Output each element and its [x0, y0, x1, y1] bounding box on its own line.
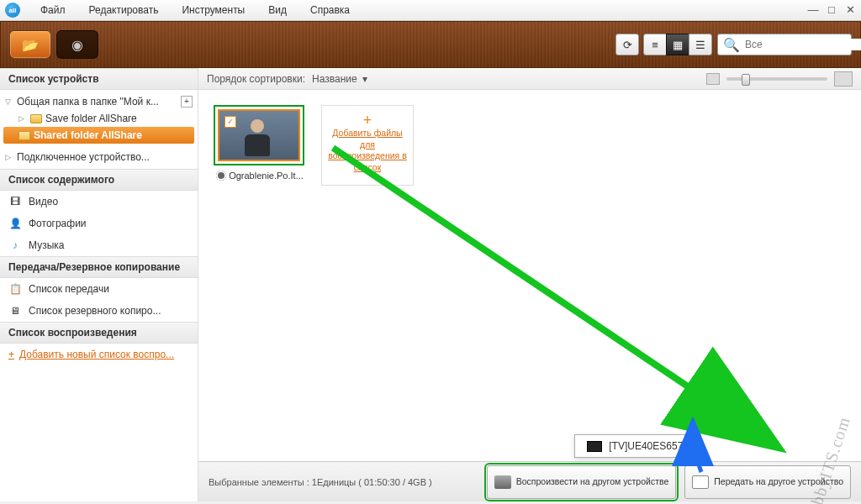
sidebar-item-video[interactable]: 🎞 Видео: [0, 191, 198, 213]
sidebar-item-transfer-list[interactable]: 📋 Список передачи: [0, 278, 198, 300]
menu-tools[interactable]: Инструменты: [170, 4, 256, 16]
photo-icon: 👤: [8, 217, 22, 230]
view-detail-button[interactable]: ☰: [689, 34, 712, 55]
backup-icon: 🖥: [8, 304, 22, 318]
sort-dropdown[interactable]: Название ▾: [312, 73, 367, 85]
close-button[interactable]: ✕: [844, 4, 856, 16]
cast-play-icon: [494, 475, 511, 489]
tree-root-folder[interactable]: ▽ Общая папка в папке "Мой к... +: [0, 93, 198, 110]
add-playlist-link[interactable]: + Добавить новый список воспро...: [0, 344, 198, 365]
thumbnail-preview: [243, 119, 272, 156]
menu-help[interactable]: Справка: [298, 4, 362, 16]
content-header: Список содержимого: [0, 169, 198, 191]
tree-root-label: Общая папка в папке "Мой к...: [17, 96, 159, 108]
thumbnail-size-slider[interactable]: [726, 77, 827, 81]
tree-item-shared-folder[interactable]: Shared folder AllShare: [3, 127, 194, 144]
window-controls: — □ ✕: [807, 4, 856, 16]
play-on-device-button[interactable]: Воспроизвести на другом устройстве: [487, 465, 677, 499]
tree-item-label: Shared folder AllShare: [34, 129, 142, 141]
chevron-down-icon: ▽: [5, 97, 13, 106]
content-area: Порядок сортировки: Название ▾ ✓ Ograble…: [198, 68, 861, 501]
sidebar-item-photo[interactable]: 👤 Фотографии: [0, 213, 198, 234]
view-grid-button[interactable]: ▦: [666, 34, 689, 55]
menu-file[interactable]: Файл: [29, 4, 77, 16]
refresh-icon: ⟳: [623, 39, 632, 51]
sidebar-item-label: Список резервного копиро...: [29, 305, 161, 317]
sort-bar: Порядок сортировки: Название ▾: [198, 68, 861, 90]
tree-item-label: Save folder AllShare: [45, 113, 137, 124]
sort-label: Порядок сортировки:: [207, 73, 305, 85]
file-name: Ograblenie.Po.It...: [229, 171, 304, 181]
chevron-right-icon: ▷: [18, 114, 27, 123]
add-files-label: Добавить файлы для воспроизведения в спи…: [327, 128, 408, 174]
view-list-button[interactable]: ≡: [643, 34, 667, 55]
transfer-icon: 📋: [8, 282, 22, 296]
transfer-header: Передача/Резервное копирование: [0, 256, 198, 278]
device-name: [TV]UE40ES6570: [609, 440, 689, 452]
add-folder-button[interactable]: +: [181, 96, 193, 108]
search-input[interactable]: [745, 39, 861, 50]
app-logo-icon: all: [5, 3, 20, 18]
sidebar-item-label: Видео: [29, 196, 58, 207]
view-mode-group: ≡ ▦ ☰: [644, 34, 712, 55]
devices-header: Список устройств: [0, 68, 198, 90]
sidebar-item-label: Список передачи: [29, 283, 109, 295]
add-files-card[interactable]: + Добавить файлы для воспроизведения в с…: [321, 105, 414, 186]
button-label: Воспроизвести на другом устройстве: [516, 476, 669, 487]
thumbnail-selected[interactable]: ✓: [214, 105, 304, 165]
playlist-header: Список воспроизведения: [0, 322, 198, 344]
sidebar-item-label: Музыка: [29, 239, 64, 251]
list-icon: ≡: [652, 39, 658, 51]
send-file-icon: [692, 475, 709, 489]
sidebar-item-music[interactable]: ♪ Музыка: [0, 234, 198, 256]
titlebar: all Файл Редактировать Инструменты Вид С…: [0, 0, 861, 21]
minimize-button[interactable]: —: [807, 4, 819, 16]
play-circle-icon: ◉: [71, 37, 83, 53]
status-bar: Выбранные элементы : 1Единицы ( 01:50:30…: [198, 461, 861, 501]
sidebar: Список устройств ▽ Общая папка в папке "…: [0, 68, 198, 501]
refresh-button[interactable]: ⟳: [615, 34, 639, 55]
search-box[interactable]: 🔍: [717, 34, 852, 55]
folder-icon: [30, 114, 42, 123]
grid-icon: ▦: [673, 39, 683, 51]
music-icon: ♪: [8, 239, 22, 252]
menu-view[interactable]: Вид: [256, 4, 298, 16]
video-icon: 🎞: [8, 195, 22, 208]
main-toolbar: 📂 ◉ ⟳ ≡ ▦ ☰ 🔍: [0, 21, 861, 68]
player-tab[interactable]: ◉: [56, 30, 98, 59]
thumb-small-icon: [706, 73, 720, 85]
chevron-right-icon: ▷: [5, 153, 13, 161]
film-reel-icon: [216, 171, 226, 181]
sidebar-item-backup-list[interactable]: 🖥 Список резервного копиро...: [0, 300, 198, 322]
maximize-button[interactable]: □: [826, 4, 837, 16]
plus-icon: +: [8, 349, 14, 360]
check-icon: ✓: [224, 116, 236, 128]
search-icon: 🔍: [723, 37, 740, 53]
file-item[interactable]: ✓ Ograblenie.Po.It...: [214, 105, 306, 181]
selection-status: Выбранные элементы : 1Единицы ( 01:50:30…: [209, 477, 432, 487]
thumb-large-icon: [834, 71, 853, 87]
folder-open-icon: 📂: [22, 37, 39, 53]
tree-connected-device[interactable]: ▷ Подключенное устройство...: [0, 149, 198, 165]
tree-item-save-folder[interactable]: ▷ Save folder AllShare: [0, 110, 198, 127]
device-popup[interactable]: [TV]UE40ES6570: [574, 434, 701, 458]
tree-item-label: Подключенное устройство...: [17, 151, 150, 163]
add-playlist-label: Добавить новый список воспро...: [19, 349, 174, 360]
tv-icon: [587, 441, 602, 452]
thumbnail-grid: ✓ Ograblenie.Po.It... + Добавить файлы д…: [198, 90, 861, 461]
sidebar-item-label: Фотографии: [29, 218, 87, 229]
menu-edit[interactable]: Редактировать: [77, 4, 171, 16]
detail-icon: ☰: [695, 39, 705, 51]
library-tab[interactable]: 📂: [9, 30, 51, 59]
plus-icon: +: [327, 113, 408, 128]
folder-open-icon: [18, 131, 30, 140]
